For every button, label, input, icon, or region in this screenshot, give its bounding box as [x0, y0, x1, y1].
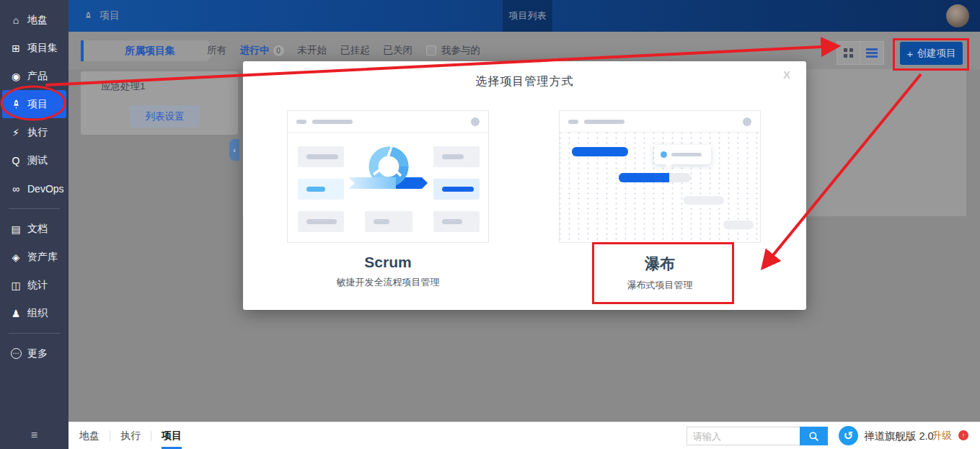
topbar: 项目 项目列表: [69, 0, 980, 32]
sidebar: ⌂地盘 ⊞项目集 ◉产品 项目 ⚡执行 Q测试 ∞DevOps ▤文档 ◈资产库…: [0, 0, 69, 449]
home-icon: ⌂: [9, 14, 22, 26]
footer-tab-execution[interactable]: 执行: [120, 423, 141, 449]
sidebar-item-program[interactable]: ⊞项目集: [0, 34, 69, 62]
footer-bar: 地盘 执行 项目 ↺ 禅道旗舰版 2.0 升级 ↑: [69, 422, 980, 449]
gantt-tooltip: [654, 145, 711, 164]
sidebar-item-org[interactable]: ♟组织: [0, 299, 69, 327]
sidebar-item-stats[interactable]: ◫统计: [0, 271, 69, 299]
project-set-crumb[interactable]: 所属项目集: [81, 40, 216, 61]
sidebar-item-more[interactable]: ⋯更多: [0, 339, 69, 368]
scrum-desc: 敏捷开发全流程项目管理: [287, 276, 489, 289]
sidebar-item-home[interactable]: ⌂地盘: [0, 6, 69, 34]
filter-wait[interactable]: 未开始: [298, 44, 327, 57]
tab-project-list[interactable]: 项目列表: [503, 0, 552, 32]
footer-tabs: 地盘 执行 项目: [79, 422, 182, 449]
sidebar-item-label: 更多: [27, 347, 48, 360]
sidebar-item-assets[interactable]: ◈资产库: [0, 243, 69, 271]
card-header-deco: [288, 111, 488, 133]
rocket-icon: [9, 99, 22, 110]
filter-running[interactable]: 进行中0: [240, 44, 284, 57]
search-icon: [808, 431, 819, 442]
footer-divider: [151, 431, 151, 441]
scrum-option-card[interactable]: [287, 110, 489, 243]
close-icon[interactable]: X: [783, 68, 790, 81]
search-button[interactable]: [800, 427, 828, 445]
app-window: ⌂地盘 ⊞项目集 ◉产品 项目 ⚡执行 Q测试 ∞DevOps ▤文档 ◈资产库…: [0, 0, 980, 449]
create-project-button[interactable]: + 创建项目: [900, 42, 963, 65]
list-view-icon: [866, 48, 878, 50]
participate-checkbox[interactable]: [426, 45, 436, 55]
sidebar-item-label: 产品: [27, 70, 48, 83]
scrum-label: Scrum 敏捷开发全流程项目管理: [287, 254, 489, 289]
waterfall-option-card[interactable]: [559, 110, 761, 243]
sidebar-item-project[interactable]: 项目: [2, 90, 66, 118]
devops-icon: ∞: [9, 183, 22, 195]
filter-suspended[interactable]: 已挂起: [340, 44, 370, 57]
plus-icon: +: [907, 48, 914, 60]
topbar-title: 项目: [83, 0, 120, 32]
sidebar-item-label: DevOps: [27, 183, 64, 195]
sidebar-item-label: 统计: [27, 279, 48, 292]
waterfall-name: 瀑布: [559, 254, 761, 274]
topbar-title-text: 项目: [100, 9, 120, 22]
brand-version-text: 禅道旗舰版 2.0: [864, 422, 934, 449]
view-toggles: [836, 41, 884, 65]
sidebar-item-label: 测试: [27, 154, 48, 167]
waterfall-illustration: [560, 133, 760, 242]
sidebar-item-product[interactable]: ◉产品: [0, 62, 69, 90]
sidebar-item-execution[interactable]: ⚡执行: [0, 118, 69, 146]
org-icon: ♟: [9, 308, 22, 319]
list-settings-button[interactable]: 列表设置: [130, 105, 200, 128]
select-management-modal: 选择项目管理方式 X: [243, 61, 806, 310]
card-header-deco: [560, 111, 760, 133]
footer-divider: [110, 431, 110, 441]
execution-icon: ⚡: [9, 127, 22, 138]
sidebar-item-label: 地盘: [27, 14, 48, 27]
filter-participate: 我参与的: [426, 44, 480, 57]
sidebar-item-label: 组织: [27, 307, 48, 320]
avatar[interactable]: [946, 4, 969, 27]
list-view-button[interactable]: [860, 41, 884, 65]
test-icon: Q: [9, 155, 22, 166]
asset-icon: ◈: [9, 252, 22, 263]
sidebar-item-devops[interactable]: ∞DevOps: [0, 174, 69, 203]
sidebar-item-label: 项目集: [27, 42, 58, 55]
stats-icon: ◫: [9, 280, 22, 291]
project-set-name: 应急处理1: [101, 80, 146, 93]
sidebar-divider: [9, 333, 60, 334]
scrum-illustration: [288, 133, 488, 242]
program-icon: ⊞: [9, 43, 22, 54]
rocket-icon: [83, 11, 94, 22]
sidebar-item-test[interactable]: Q测试: [0, 146, 69, 174]
more-icon: ⋯: [9, 348, 22, 359]
sidebar-item-label: 项目: [27, 98, 48, 111]
sidebar-item-doc[interactable]: ▤文档: [0, 215, 69, 243]
filter-closed[interactable]: 已关闭: [384, 44, 413, 57]
sidebar-item-label: 资产库: [27, 251, 58, 264]
card-view-button[interactable]: [836, 41, 860, 65]
waterfall-desc: 瀑布式项目管理: [559, 279, 761, 292]
zentao-logo[interactable]: ↺: [839, 426, 858, 445]
waterfall-label: 瀑布 瀑布式项目管理: [559, 254, 761, 292]
upgrade-link[interactable]: 升级: [932, 422, 952, 449]
scrum-name: Scrum: [287, 254, 489, 271]
running-count-badge: 0: [273, 45, 284, 56]
footer-tab-home[interactable]: 地盘: [79, 423, 100, 449]
search-input[interactable]: [687, 427, 800, 445]
modal-title: 选择项目管理方式: [243, 74, 806, 89]
footer-tab-project[interactable]: 项目: [162, 423, 182, 449]
filter-all[interactable]: 所有: [207, 44, 226, 57]
upgrade-badge-icon: ↑: [958, 430, 968, 440]
grid-view-icon: [844, 48, 847, 52]
panel-collapse-handle[interactable]: ‹: [229, 139, 239, 161]
sidebar-item-label: 文档: [27, 223, 48, 236]
product-icon: ◉: [9, 71, 22, 82]
scrum-cycle-icon: [343, 143, 435, 199]
doc-icon: ▤: [9, 223, 22, 235]
project-set-card: 应急处理1 列表设置: [81, 71, 238, 135]
sidebar-item-label: 执行: [27, 126, 48, 139]
sidebar-divider: [9, 208, 60, 209]
sidebar-collapse-icon[interactable]: ≡: [0, 424, 69, 446]
